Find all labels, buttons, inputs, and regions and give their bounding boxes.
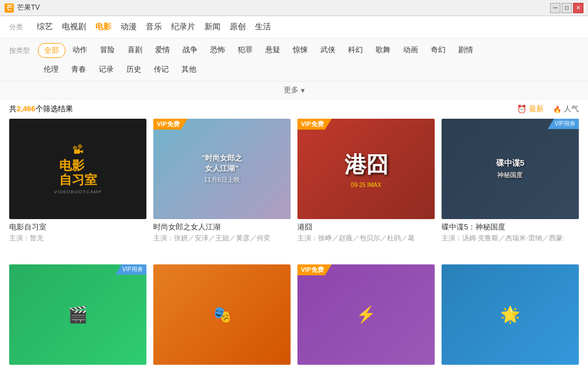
movie-poster: 🎭 xyxy=(153,264,291,365)
nav-item-dianying[interactable]: 电影 xyxy=(93,21,114,33)
results-bar: 共2,466个筛选结果 最新 人气 xyxy=(0,99,588,119)
movie-card[interactable]: 碟中谍5神秘国度 VIP用券 碟中谍5：神秘国度 主演：汤姆·克鲁斯／杰瑞米·雷… xyxy=(442,119,579,258)
genre-fanzui[interactable]: 犯罪 xyxy=(232,43,258,58)
genre-aiqing[interactable]: 爱情 xyxy=(149,43,176,58)
nav-item-shenghuo[interactable]: 生活 xyxy=(253,21,273,33)
movie-title: 电影自习室 xyxy=(9,222,146,232)
nav-item-yuanchuang[interactable]: 原创 xyxy=(227,21,248,33)
movie-cast: 主演：张妍／安泽／王姐／黄彦／何奕 xyxy=(153,233,291,243)
nav-item-dongman[interactable]: 动漫 xyxy=(118,21,139,33)
genre-qingchun[interactable]: 青春 xyxy=(65,63,92,76)
genre-maoxian[interactable]: 冒险 xyxy=(94,43,121,58)
movie-card[interactable]: 🎬 VIP用券 xyxy=(9,264,146,383)
genre-kehuan[interactable]: 科幻 xyxy=(342,43,369,58)
genre-zhuanji[interactable]: 传记 xyxy=(148,63,175,76)
movie-card[interactable]: ⚡ VIP免费 xyxy=(297,264,435,383)
movie-grid: 📽电影自习室VIDEOBOOTCAMP 电影自习室 主演：暂无 "时尚女郎之女人… xyxy=(0,119,588,390)
nav-item-jilupian[interactable]: 纪录片 xyxy=(169,21,198,33)
genre-filter-items: 全部动作冒险喜剧爱情战争恐怖犯罪悬疑惊悚武侠科幻歌舞动画奇幻剧情 xyxy=(38,43,479,58)
genre-lunli[interactable]: 伦理 xyxy=(38,63,64,76)
genre-jilu[interactable]: 记录 xyxy=(93,63,119,76)
flame-icon xyxy=(553,105,562,114)
nav-item-yinyue[interactable]: 音乐 xyxy=(144,21,164,33)
more-row: 更多 xyxy=(0,81,588,99)
genre-donghua[interactable]: 动画 xyxy=(397,43,424,58)
sort-popular-button[interactable]: 人气 xyxy=(553,104,579,114)
results-count: 共2,466个筛选结果 xyxy=(9,104,73,114)
genre-kongbu[interactable]: 恐怖 xyxy=(204,43,231,58)
app-title: 芒果TV xyxy=(17,3,40,13)
movie-poster: "时尚女郎之女人江湖"11月6日上映 VIP免费 xyxy=(153,119,291,219)
top-navigation: 分类 综艺电视剧电影动漫音乐纪录片新闻原创生活 xyxy=(0,16,588,38)
movie-cast: 主演：汤姆·克鲁斯／杰瑞米·雷纳／西蒙· xyxy=(442,233,579,243)
maximize-button[interactable]: □ xyxy=(562,3,572,13)
genre-filter-row: 按类型 全部动作冒险喜剧爱情战争恐怖犯罪悬疑惊悚武侠科幻歌舞动画奇幻剧情 xyxy=(0,41,588,60)
movie-poster: 🌟 xyxy=(442,264,579,365)
genre-qihuan[interactable]: 奇幻 xyxy=(425,43,451,58)
nav-items: 综艺电视剧电影动漫音乐纪录片新闻原创生活 xyxy=(34,21,273,33)
movie-title: 港囧 xyxy=(297,222,435,232)
genre-quanbu[interactable]: 全部 xyxy=(38,43,65,58)
nav-item-dianshiju[interactable]: 电视剧 xyxy=(60,21,88,33)
movie-card[interactable]: 🎭 xyxy=(153,264,291,383)
genre-dongzuo[interactable]: 动作 xyxy=(67,43,93,58)
genre-juqing[interactable]: 剧情 xyxy=(452,43,479,58)
genre-zhanzheng[interactable]: 战争 xyxy=(177,43,203,58)
movie-cast: 主演：徐峥／赵薇／包贝尔／杜鹃／葛 xyxy=(297,233,435,243)
nav-label: 分类 xyxy=(9,22,23,32)
movie-title: 时尚女郎之女人江湖 xyxy=(153,222,291,232)
filter-label: 按类型 xyxy=(9,46,38,56)
app-icon: 芒 xyxy=(5,3,14,13)
genre-lishi[interactable]: 历史 xyxy=(121,63,147,76)
movie-card[interactable]: 📽电影自习室VIDEOBOOTCAMP 电影自习室 主演：暂无 xyxy=(9,119,146,258)
genre-wuxia[interactable]: 武侠 xyxy=(315,43,341,58)
genre-xuanyi[interactable]: 悬疑 xyxy=(260,43,286,58)
movie-poster: 🎬 VIP用券 xyxy=(9,264,146,365)
window-controls: ─ □ ✕ xyxy=(550,3,583,13)
movie-card[interactable]: 港囧09-25 IMAX VIP免费 港囧 主演：徐峥／赵薇／包贝尔／杜鹃／葛 xyxy=(297,119,435,258)
minimize-button[interactable]: ─ xyxy=(550,3,560,13)
titlebar-left: 芒 芒果TV xyxy=(5,3,40,13)
movie-title: 碟中谍5：神秘国度 xyxy=(442,222,579,232)
titlebar: 芒 芒果TV ─ □ ✕ xyxy=(0,0,588,16)
sort-buttons: 最新 人气 xyxy=(517,104,579,114)
movie-poster: 📽电影自习室VIDEOBOOTCAMP xyxy=(9,119,146,219)
sort-latest-button[interactable]: 最新 xyxy=(517,104,544,114)
genre-xiju[interactable]: 喜剧 xyxy=(122,43,148,58)
genre-jingxian[interactable]: 惊悚 xyxy=(287,43,314,58)
nav-item-zongyi[interactable]: 综艺 xyxy=(34,21,55,33)
movie-card[interactable]: "时尚女郎之女人江湖"11月6日上映 VIP免费 时尚女郎之女人江湖 主演：张妍… xyxy=(153,119,291,258)
genre-gewu[interactable]: 歌舞 xyxy=(370,43,396,58)
movie-poster: 碟中谍5神秘国度 VIP用券 xyxy=(442,119,579,219)
main-content: 分类 综艺电视剧电影动漫音乐纪录片新闻原创生活 按类型 全部动作冒险喜剧爱情战争… xyxy=(0,16,588,390)
movie-poster: 港囧09-25 IMAX VIP免费 xyxy=(297,119,435,219)
close-button[interactable]: ✕ xyxy=(573,3,583,13)
clock-icon xyxy=(517,104,527,114)
movie-cast: 主演：暂无 xyxy=(9,233,146,243)
movie-card[interactable]: 🌟 xyxy=(442,264,579,383)
chevron-down-icon xyxy=(301,86,305,95)
genre-filter-items2: 伦理青春记录历史传记其他 xyxy=(38,63,202,76)
movie-poster: ⚡ VIP免费 xyxy=(297,264,435,365)
more-button[interactable]: 更多 xyxy=(284,85,305,95)
nav-item-xinwen[interactable]: 新闻 xyxy=(202,21,223,33)
genre-filter-row2: 伦理青春记录历史传记其他 xyxy=(0,60,588,79)
genre-qita[interactable]: 其他 xyxy=(176,63,202,76)
filter-section: 按类型 全部动作冒险喜剧爱情战争恐怖犯罪悬疑惊悚武侠科幻歌舞动画奇幻剧情 伦理青… xyxy=(0,38,588,81)
